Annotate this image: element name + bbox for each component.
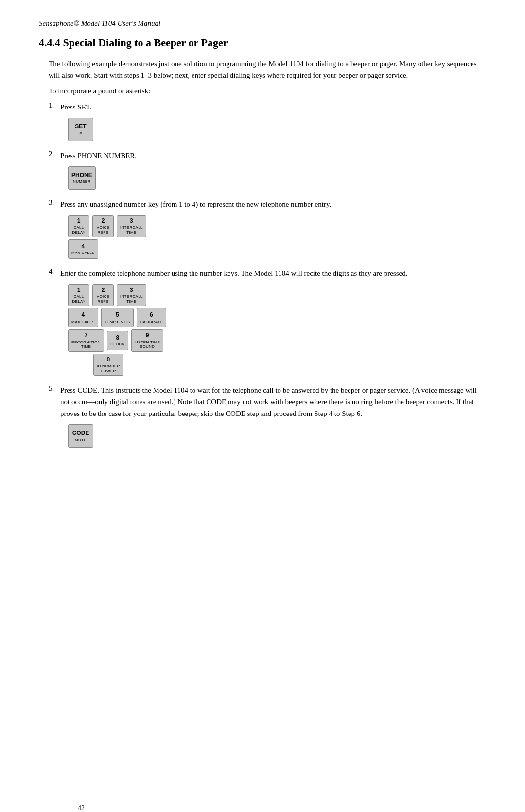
step-4-key-grid: 1 CALL DELAY 2 VOICE REPS 3 INTERCALL TI…: [68, 284, 486, 376]
step-4: 4. Enter the complete telephone number u…: [39, 268, 486, 376]
step-2-key-area: PHONE NUMBER: [68, 166, 486, 190]
manual-header: Sensaphone® Model 1104 User's Manual: [39, 19, 486, 28]
intro-paragraph: The following example demonstrates just …: [49, 58, 486, 81]
step-4-text: Enter the complete telephone number usin…: [60, 268, 407, 279]
section-title: 4.4.4 Special Dialing to a Beeper or Pag…: [39, 36, 486, 49]
key-8: 8 CLOCK: [107, 331, 128, 350]
key-5: 5 TEMP LIMITS: [101, 308, 134, 327]
step-4-row-3: 7 RECOGNITION TIME 8 CLOCK 9 LISTEN TIME…: [68, 329, 486, 352]
step-3: 3. Press any unassigned number key (from…: [39, 198, 486, 259]
step-5-text: Press CODE. This instructs the Model 110…: [60, 384, 486, 419]
to-incorporate-text: To incorporate a pound or asterisk:: [49, 87, 486, 95]
key-4-max-calls: 4 MAX CALLS: [68, 239, 98, 259]
page-number: 42: [78, 804, 85, 812]
key-2-voice-reps: 2 VOICE REPS: [92, 215, 114, 237]
phone-number-key: PHONE NUMBER: [68, 166, 96, 190]
key-3: 3 INTERCALL TIME: [117, 284, 146, 307]
code-mute-key: CODE MUTE: [68, 424, 93, 448]
step-4-row-1: 1 CALL DELAY 2 VOICE REPS 3 INTERCALL TI…: [68, 284, 486, 307]
step-1-number: 1.: [49, 101, 60, 109]
step-2: 2. Press PHONE NUMBER. PHONE NUMBER: [39, 150, 486, 190]
key-3-intercall-time: 3 INTERCALL TIME: [117, 215, 146, 237]
step-4-number: 4.: [49, 268, 60, 276]
step-5-number: 5.: [49, 384, 60, 393]
step-4-row-2: 4 MAX CALLS 5 TEMP LIMITS 6 CALIBRATE: [68, 308, 486, 327]
key-6-calibrate: 6 CALIBRATE: [137, 308, 166, 327]
key-9: 9 LISTEN TIME SOUND: [131, 329, 164, 352]
step-3-row-2: 4 MAX CALLS: [68, 239, 486, 259]
step-1: 1. Press SET. SET #: [39, 101, 486, 141]
step-2-number: 2.: [49, 150, 60, 158]
key-1-call-delay: 1 CALL DELAY: [68, 215, 89, 237]
step-4-row-4: 0 ID NUMBER POWER: [68, 354, 486, 376]
step-2-text: Press PHONE NUMBER.: [60, 150, 137, 162]
key-1: 1 CALL DELAY: [68, 284, 89, 307]
step-1-text: Press SET.: [60, 101, 92, 113]
step-3-key-grid: 1 CALL DELAY 2 VOICE REPS 3 INTERCALL TI…: [68, 215, 486, 259]
step-1-key-area: SET #: [68, 118, 486, 141]
step-5-key-area: CODE MUTE: [68, 424, 486, 448]
key-0: 0 ID NUMBER POWER: [93, 354, 123, 376]
key-7: 7 RECOGNITION TIME: [68, 329, 104, 352]
step-3-number: 3.: [49, 198, 60, 207]
set-key: SET #: [68, 118, 93, 141]
key-2: 2 VOICE REPS: [92, 284, 114, 307]
step-5: 5. Press CODE. This instructs the Model …: [39, 384, 486, 448]
step-3-text: Press any unassigned number key (from 1 …: [60, 198, 331, 210]
step-3-row-1: 1 CALL DELAY 2 VOICE REPS 3 INTERCALL TI…: [68, 215, 486, 237]
key-4: 4 MAX CALLS: [68, 308, 98, 327]
